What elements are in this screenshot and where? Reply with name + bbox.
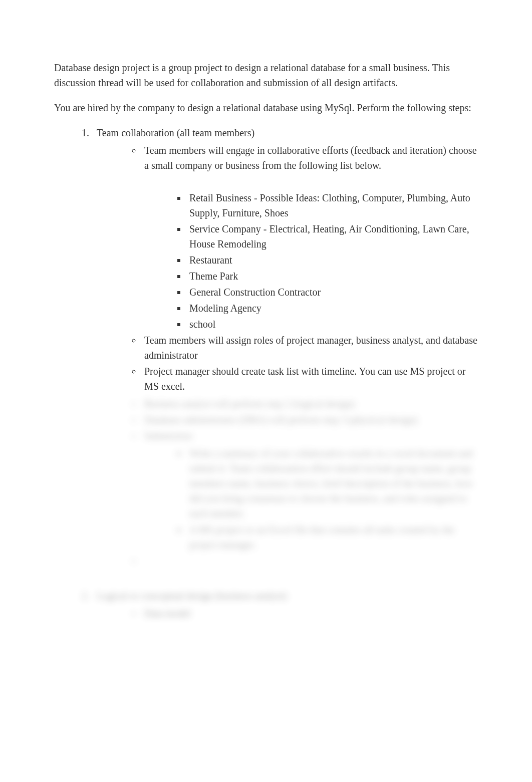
main-steps-list: Team collaboration (all team members) Te…: [92, 125, 478, 568]
business-analyst-bullet: Business analyst will perform step 2 (lo…: [142, 396, 478, 411]
dba-bullet: Database administrator (DBA) will perfor…: [142, 412, 478, 427]
step-1-sublist: Team members will engage in collaborativ…: [142, 143, 478, 394]
step-1-title: Team collaboration (all team members): [97, 127, 254, 138]
step-1: Team collaboration (all team members) Te…: [92, 125, 478, 568]
submission-items: Write a summary of your collaborative re…: [187, 446, 478, 552]
intro-paragraph-2: You are hired by the company to design a…: [54, 100, 478, 115]
step-2: Logical or conceptual design (business a…: [92, 588, 478, 621]
business-types-list: Retail Business - Possible Ideas: Clothi…: [187, 190, 478, 332]
business-retail: Retail Business - Possible Ideas: Clothi…: [187, 190, 478, 220]
business-restaurant: Restaurant: [187, 252, 478, 268]
team-collab-text: Team members will engage in collaborativ…: [144, 145, 477, 171]
business-school: school: [187, 317, 478, 332]
empty-bullet: [142, 553, 478, 568]
business-service: Service Company - Electrical, Heating, A…: [187, 221, 478, 251]
data-model-bullet: Data model: [142, 606, 478, 621]
assign-roles-bullet: Team members will assign roles of projec…: [142, 333, 478, 363]
business-themepark: Theme Park: [187, 269, 478, 284]
submission-bullet: Submission: Write a summary of your coll…: [142, 428, 478, 552]
blurred-content-1: Business analyst will perform step 2 (lo…: [97, 396, 478, 568]
step-2-list: Logical or conceptual design (business a…: [92, 588, 478, 621]
blurred-sublist: Business analyst will perform step 2 (lo…: [142, 396, 478, 568]
business-construction: General Construction Contractor: [187, 285, 478, 300]
submission-label: Submission:: [144, 430, 194, 441]
team-collab-bullet: Team members will engage in collaborativ…: [142, 143, 478, 332]
step-2-sublist: Data model: [142, 606, 478, 621]
project-manager-bullet: Project manager should create task list …: [142, 364, 478, 394]
submission-summary: Write a summary of your collaborative re…: [187, 446, 478, 521]
submission-msproject: A MS project or an Excel file that conta…: [187, 522, 478, 552]
business-modeling: Modeling Agency: [187, 301, 478, 316]
intro-paragraph-1: Database design project is a group proje…: [54, 60, 478, 90]
blurred-content-2: Logical or conceptual design (business a…: [54, 588, 478, 621]
step-2-title: Logical or conceptual design (business a…: [97, 590, 287, 601]
